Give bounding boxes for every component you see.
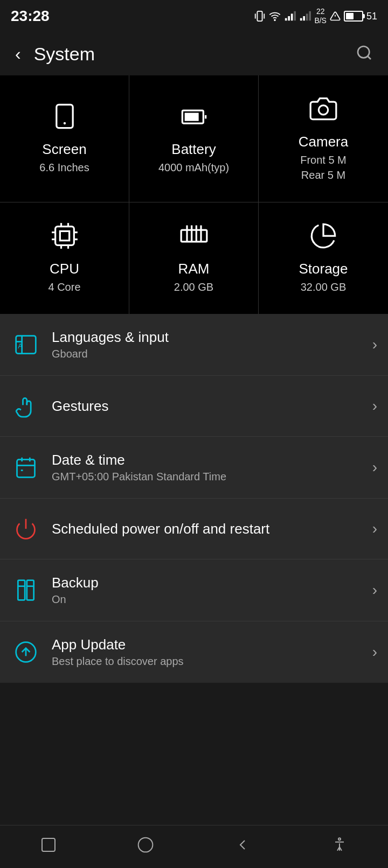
cpu-icon — [51, 222, 79, 253]
status-bar: 23:28 22B/S — [0, 0, 388, 32]
accessibility-icon — [331, 836, 348, 853]
update-icon — [14, 640, 38, 664]
back-nav-icon — [234, 836, 251, 853]
square-icon — [40, 836, 57, 853]
svg-point-58 — [338, 838, 341, 840]
camera-icon — [309, 95, 337, 126]
calendar-icon — [14, 456, 38, 479]
camera-spec-name: Camera — [299, 134, 348, 150]
spec-camera[interactable]: Camera Front 5 M Rear 5 M — [259, 75, 388, 202]
svg-rect-10 — [306, 13, 308, 20]
power-title: Scheduled power on/off and restart — [52, 521, 366, 537]
spec-storage[interactable]: Storage 32.00 GB — [259, 202, 388, 314]
nav-recents-button[interactable] — [29, 830, 68, 864]
languages-subtitle: Gboard — [52, 348, 366, 360]
gestures-chevron: › — [372, 397, 377, 415]
battery-indicator — [344, 11, 363, 22]
search-icon — [356, 44, 373, 61]
gestures-title: Gestures — [52, 398, 366, 415]
settings-item-languages[interactable]: A Languages & input Gboard › — [0, 314, 388, 376]
top-bar-left: ‹ System — [11, 41, 95, 67]
power-content: Scheduled power on/off and restart — [52, 521, 366, 537]
ram-icon — [180, 222, 208, 253]
appupdate-icon-container — [11, 637, 41, 667]
backup-subtitle: On — [52, 593, 366, 606]
languages-title: Languages & input — [52, 329, 366, 346]
ram-spec-value: 2.00 GB — [174, 279, 213, 295]
nav-back-button[interactable] — [223, 830, 262, 864]
nav-accessibility-button[interactable] — [320, 830, 359, 864]
spec-cpu[interactable]: CPU 4 Core — [0, 202, 129, 314]
data-speed: 22B/S — [314, 7, 327, 25]
datetime-title: Date & time — [52, 452, 366, 468]
svg-rect-9 — [303, 16, 306, 20]
svg-rect-23 — [60, 231, 69, 240]
spec-battery[interactable]: Battery 4000 mAh(typ) — [129, 75, 259, 202]
svg-rect-32 — [181, 230, 207, 242]
svg-rect-0 — [258, 11, 262, 21]
spec-ram[interactable]: RAM 2.00 GB — [129, 202, 259, 314]
cpu-spec-value: 4 Core — [48, 279, 80, 295]
vibrate-icon — [254, 10, 266, 22]
signal2-icon — [299, 10, 311, 22]
bottom-nav — [0, 825, 388, 868]
languages-icon-container: A — [11, 330, 41, 360]
storage-icon — [309, 222, 337, 253]
gestures-content: Gestures — [52, 398, 366, 415]
battery-spec-icon — [180, 102, 208, 134]
svg-point-21 — [318, 106, 328, 115]
svg-point-3 — [274, 19, 275, 20]
languages-content: Languages & input Gboard — [52, 329, 366, 360]
back-button[interactable]: ‹ — [11, 41, 25, 67]
svg-rect-6 — [291, 13, 293, 20]
ram-spec-name: RAM — [178, 261, 210, 277]
settings-item-datetime[interactable]: Date & time GMT+05:00 Pakistan Standard … — [0, 437, 388, 499]
storage-spec-name: Storage — [299, 261, 348, 277]
gestures-icon-container — [11, 391, 41, 421]
appupdate-chevron: › — [372, 643, 377, 661]
svg-point-57 — [138, 838, 153, 852]
signal-icon — [284, 10, 296, 22]
svg-rect-20 — [184, 113, 198, 121]
settings-item-backup[interactable]: Backup On › — [0, 559, 388, 621]
bottom-spacer — [0, 683, 388, 726]
backup-chevron: › — [372, 582, 377, 599]
screen-name: Screen — [42, 141, 86, 158]
screen-value: 6.6 Inches — [39, 160, 89, 175]
battery-percent: 51 — [366, 11, 377, 22]
search-button[interactable] — [351, 40, 377, 68]
status-time: 23:28 — [11, 8, 50, 25]
top-bar: ‹ System — [0, 32, 388, 75]
settings-item-appupdate[interactable]: App Update Best place to discover apps › — [0, 621, 388, 683]
power-chevron: › — [372, 520, 377, 537]
backup-content: Backup On — [52, 575, 366, 606]
power-icon-container — [11, 514, 41, 544]
languages-chevron: › — [372, 336, 377, 353]
cpu-spec-name: CPU — [50, 261, 79, 277]
datetime-subtitle: GMT+05:00 Pakistan Standard Time — [52, 471, 366, 483]
language-icon: A — [14, 333, 38, 356]
appupdate-subtitle: Best place to discover apps — [52, 655, 366, 668]
svg-rect-4 — [285, 18, 287, 21]
svg-rect-56 — [42, 838, 55, 851]
battery-spec-value: 4000 mAh(typ) — [158, 160, 229, 175]
battery-spec-name: Battery — [171, 141, 216, 158]
settings-list: A Languages & input Gboard › Gestures › — [0, 314, 388, 683]
svg-rect-51 — [18, 580, 25, 600]
status-icons: 22B/S 51 — [254, 7, 377, 25]
specs-grid: Screen 6.6 Inches Battery 4000 mAh(typ) … — [0, 75, 388, 314]
power-icon — [14, 517, 38, 541]
datetime-content: Date & time GMT+05:00 Pakistan Standard … — [52, 452, 366, 483]
settings-item-gestures[interactable]: Gestures › — [0, 376, 388, 437]
gesture-icon — [14, 394, 38, 418]
nav-home-button[interactable] — [126, 830, 165, 864]
camera-spec-value: Front 5 M Rear 5 M — [300, 152, 347, 183]
battery-fill — [346, 13, 354, 19]
svg-rect-16 — [56, 104, 72, 128]
settings-item-power[interactable]: Scheduled power on/off and restart › — [0, 499, 388, 559]
svg-rect-5 — [288, 16, 290, 20]
spec-screen[interactable]: Screen 6.6 Inches — [0, 75, 129, 202]
svg-line-15 — [368, 56, 371, 59]
svg-rect-11 — [309, 11, 311, 20]
back-icon: ‹ — [15, 44, 21, 64]
